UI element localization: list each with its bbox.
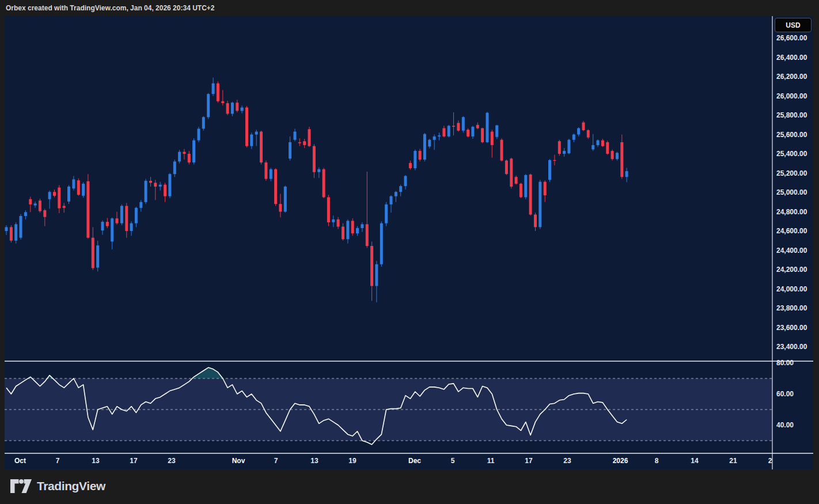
candle-body xyxy=(539,182,541,228)
candle-body xyxy=(380,223,383,264)
time-tick-label: 14 xyxy=(691,457,698,465)
candle-body xyxy=(404,176,407,187)
time-tick-label: 5 xyxy=(451,457,455,465)
candle-body xyxy=(34,203,37,205)
candle-body xyxy=(423,134,426,160)
price-tick-label: 26,600.00 xyxy=(776,33,807,43)
time-tick-label: 8 xyxy=(655,457,659,465)
candle-body xyxy=(173,161,176,174)
candle-body xyxy=(611,151,614,159)
candle-body xyxy=(212,84,215,94)
candle-body xyxy=(620,142,623,177)
price-tick-label: 26,400.00 xyxy=(776,53,807,62)
candle-body xyxy=(534,215,537,228)
chart-canvas[interactable] xyxy=(0,0,819,504)
price-tick-label: 24,200.00 xyxy=(776,265,807,274)
candle-body xyxy=(101,222,104,230)
candle-body xyxy=(308,129,311,146)
candle-body xyxy=(452,126,455,127)
candle-body xyxy=(395,192,397,196)
candle-body xyxy=(467,130,469,137)
candle-body xyxy=(284,187,287,212)
time-tick-label: 23 xyxy=(168,457,175,465)
candle-body xyxy=(274,169,277,204)
candle-body xyxy=(5,227,8,231)
price-tick-label: 24,800.00 xyxy=(776,207,807,217)
candle-body xyxy=(130,223,133,231)
candle-body xyxy=(96,245,99,268)
candle-body xyxy=(67,187,70,202)
tradingview-logo[interactable]: TradingView xyxy=(10,478,105,494)
candle-body xyxy=(77,180,80,195)
price-tick-label: 23,400.00 xyxy=(776,342,807,351)
time-tick-label: 13 xyxy=(92,457,99,465)
candle-body xyxy=(442,128,445,137)
price-tick-label: 25,400.00 xyxy=(776,149,807,158)
candle-body xyxy=(346,221,349,239)
candle-body xyxy=(553,160,556,161)
candle-body xyxy=(154,183,157,187)
candle-body xyxy=(361,224,363,228)
candle-body xyxy=(385,204,388,223)
candle-body xyxy=(139,202,142,208)
candle-body xyxy=(524,175,527,198)
candle-body xyxy=(289,142,291,159)
candle-body xyxy=(260,132,263,163)
candle-body xyxy=(188,154,191,162)
time-tick-label: 17 xyxy=(525,457,532,465)
candle-body xyxy=(116,218,119,223)
time-tick-label: 23 xyxy=(563,457,571,465)
tradingview-brand-text: TradingView xyxy=(37,479,105,493)
candle-body xyxy=(106,222,109,226)
candle-body xyxy=(58,188,60,209)
candle-body xyxy=(448,126,450,136)
candle-body xyxy=(10,227,13,240)
currency-button[interactable]: USD xyxy=(775,18,812,32)
time-tick-label: Dec xyxy=(408,457,421,465)
candle-body xyxy=(495,126,498,137)
candle-body xyxy=(520,184,522,197)
candle-body xyxy=(14,224,17,241)
candle-body xyxy=(462,117,465,131)
candle-body xyxy=(471,127,474,137)
candle-body xyxy=(572,135,575,140)
candle-body xyxy=(236,103,238,111)
candle-body xyxy=(125,206,128,232)
candle-body xyxy=(294,132,297,140)
price-tick-label: 25,600.00 xyxy=(776,130,807,139)
candle-body xyxy=(582,123,585,130)
candle-body xyxy=(548,160,551,180)
candle-wick xyxy=(184,149,184,160)
candle-body xyxy=(39,200,41,211)
candle-body xyxy=(145,181,147,202)
time-tick-label: 19 xyxy=(348,457,356,465)
candle-body xyxy=(323,169,325,198)
candle-body xyxy=(24,212,27,216)
price-tick-label: 25,000.00 xyxy=(776,188,807,197)
candle-body xyxy=(356,228,359,233)
candle-body xyxy=(481,128,484,142)
candle-body xyxy=(601,141,604,146)
candle-body xyxy=(370,246,373,286)
candle-body xyxy=(183,152,185,154)
candle-body xyxy=(567,140,570,154)
candle-body xyxy=(317,169,320,172)
candle-body xyxy=(577,128,580,135)
candle-body xyxy=(515,177,518,184)
candle-body xyxy=(20,216,22,238)
tradingview-logo-icon xyxy=(10,478,32,494)
candle-body xyxy=(250,135,253,146)
time-tick-label: 13 xyxy=(310,457,318,465)
candle-body xyxy=(159,185,162,187)
price-tick-label: 26,000.00 xyxy=(776,92,807,101)
time-tick-label: Nov xyxy=(232,457,245,465)
price-tick-label: 26,200.00 xyxy=(776,72,807,81)
candle-body xyxy=(486,113,489,142)
candle-body xyxy=(207,94,210,117)
candle-body xyxy=(529,175,532,215)
candle-body xyxy=(48,192,51,199)
candle-body xyxy=(29,199,32,204)
price-tick-label: 25,800.00 xyxy=(776,111,807,120)
candle-body xyxy=(390,196,393,204)
candle-body xyxy=(92,238,94,268)
